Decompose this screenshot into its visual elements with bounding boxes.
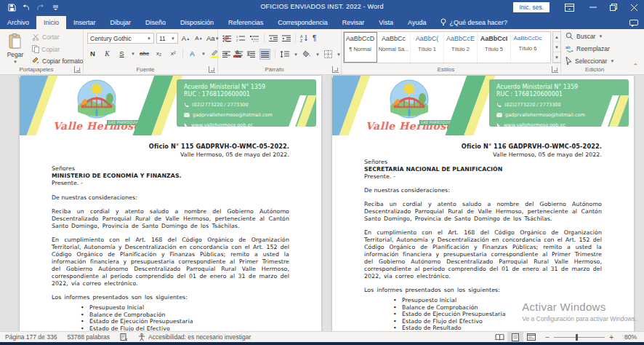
close-button[interactable]	[624, 0, 644, 15]
increase-indent-button[interactable]	[282, 35, 291, 42]
word-count[interactable]: 53788 palabras	[62, 333, 115, 341]
list-item: Balance de Comprobación	[89, 312, 289, 319]
sign-in-button[interactable]: Inic. ses.	[513, 2, 550, 12]
accessibility-icon	[138, 333, 145, 341]
shrink-font-button[interactable]: A▼	[193, 33, 204, 44]
bullets-button[interactable]	[222, 35, 232, 42]
web-layout-button[interactable]	[523, 332, 539, 342]
subscript-button[interactable]: x₂	[153, 48, 164, 59]
paint-bucket-icon	[302, 51, 311, 58]
copy-button[interactable]: Copiar	[32, 45, 60, 53]
document-page-1[interactable]: Valle Hermoso GAD PARROQUIAL Acuerdo Min…	[20, 76, 321, 331]
shading-button[interactable]	[302, 51, 311, 58]
multilevel-list-button[interactable]	[250, 35, 259, 42]
restore-button[interactable]	[603, 0, 624, 15]
replace-button[interactable]: ab Reemplazar	[565, 44, 610, 52]
tab-dibujar[interactable]: Dibujar	[103, 16, 139, 29]
styles-scroll-down-icon[interactable]: ▼	[553, 42, 560, 52]
list-item: Estado de Flujo del Efectivo	[402, 318, 602, 325]
save-icon[interactable]	[7, 3, 16, 12]
ribbon-display-options-icon[interactable]	[560, 0, 579, 15]
tab-diseno[interactable]: Diseño	[138, 16, 173, 29]
paste-button[interactable]: Pegar ▼	[3, 31, 28, 64]
style-titulo-6[interactable]: AaBbCcDc Título 6	[511, 32, 544, 63]
styles-more-icon[interactable]: ▼	[553, 52, 560, 63]
bold-button[interactable]: N	[87, 48, 98, 59]
ribbon-tab-row: Archivo Inicio Insertar Dibujar Diseño D…	[0, 15, 644, 29]
style-titulo-2[interactable]: AaBbCcE Título 2	[444, 32, 478, 63]
zoom-slider-thumb[interactable]	[576, 334, 578, 341]
style-normal-sa[interactable]: AaBbCc Normal Sa...	[377, 32, 411, 63]
proofing-status-icon[interactable]	[115, 333, 133, 341]
zoom-out-icon[interactable]: −	[545, 333, 550, 341]
line-spacing-caret-icon[interactable]: ▼	[294, 52, 298, 57]
tell-me-box[interactable]: ¿Qué desea hacer?	[433, 15, 515, 29]
borders-button[interactable]	[324, 50, 332, 58]
page-indicator[interactable]: Página 177 de 336	[0, 333, 62, 341]
document-page-2[interactable]: Valle Hermoso GAD PARROQUIAL Acuerdo Min…	[332, 76, 634, 331]
text-effects-caret-icon[interactable]: ▼	[201, 52, 206, 56]
align-right-button[interactable]	[247, 51, 255, 58]
align-center-button[interactable]	[235, 51, 243, 58]
tab-referencias[interactable]: Referencias	[221, 16, 270, 29]
italic-button[interactable]: K	[102, 48, 113, 59]
underline-button[interactable]: S	[116, 48, 127, 59]
redo-icon[interactable]	[36, 3, 45, 12]
zoom-slider[interactable]: − +	[545, 333, 613, 341]
letterhead-info-box: Acuerdo Ministerial N° 1359 RUC : 176812…	[489, 79, 629, 127]
tab-ayuda[interactable]: Ayuda	[401, 16, 433, 29]
replace-icon: ab	[565, 44, 573, 52]
undo-icon[interactable]	[22, 3, 31, 12]
clipboard-dialog-launcher-icon[interactable]	[74, 66, 81, 73]
style-titulo-5[interactable]: AaBbCcI Título 5	[478, 32, 511, 63]
tab-revisar[interactable]: Revisar	[335, 16, 372, 29]
tab-insertar[interactable]: Insertar	[66, 16, 103, 29]
styles-dialog-launcher-icon[interactable]	[552, 66, 558, 73]
superscript-button[interactable]: x²	[168, 48, 179, 59]
tab-correspondencia[interactable]: Correspondencia	[270, 16, 335, 29]
tab-inicio[interactable]: Inicio	[36, 16, 66, 29]
borders-caret-icon[interactable]: ▼	[337, 52, 341, 57]
numbering-button[interactable]: 12	[236, 35, 246, 42]
strikethrough-button[interactable]: abc	[139, 48, 150, 59]
customize-qat-icon[interactable]	[51, 3, 60, 12]
select-button[interactable]: Seleccionar ▼	[565, 57, 614, 65]
shading-caret-icon[interactable]: ▼	[315, 52, 320, 57]
tab-vista[interactable]: Vista	[371, 16, 401, 29]
grow-font-button[interactable]: A▲	[180, 33, 191, 44]
align-left-button[interactable]	[222, 51, 230, 58]
show-marks-button[interactable]: ¶	[313, 34, 316, 42]
font-size-combobox[interactable]: 11▼	[156, 33, 178, 44]
tab-archivo[interactable]: Archivo	[0, 16, 36, 29]
font-name-combobox[interactable]: Century Gothic▼	[87, 33, 154, 44]
accessibility-status[interactable]: Accesibilidad: es necesario investigar	[133, 333, 256, 341]
group-font: Century Gothic▼ 11▼ A▲ A▼ Aa▼ N K S ▼ ab…	[84, 29, 218, 74]
letter-body: Oficio N° 116 GADPRVH-O-WMC-05-2022. Val…	[332, 135, 634, 331]
format-painter-button[interactable]: Copiar formato	[32, 57, 83, 65]
minimize-button[interactable]	[583, 0, 603, 15]
styles-scroll-up-icon[interactable]: ▲	[553, 32, 560, 42]
tab-disposicion[interactable]: Disposición	[173, 16, 221, 29]
clipboard-icon	[9, 33, 22, 49]
underline-caret-icon[interactable]: ▼	[131, 52, 135, 56]
cut-button[interactable]: Cortar	[32, 33, 60, 41]
change-case-button[interactable]: Aa▼	[206, 33, 220, 44]
sort-button[interactable]: AZ	[300, 34, 308, 42]
print-layout-button[interactable]	[507, 332, 523, 342]
font-dialog-launcher-icon[interactable]	[209, 66, 215, 73]
text-effects-button[interactable]: A	[187, 48, 198, 59]
zoom-in-icon[interactable]: +	[609, 333, 613, 341]
collapse-ribbon-icon[interactable]: ⌃	[632, 63, 638, 70]
paragraph-1: Reciba un cordial y atento saludo a nomb…	[52, 208, 289, 230]
justify-button[interactable]	[259, 49, 270, 60]
feedback-icon[interactable]	[629, 20, 638, 27]
style-normal[interactable]: AaBbCcD ¶ Normal	[344, 32, 377, 63]
zoom-level[interactable]: 80%	[619, 333, 644, 341]
decrease-indent-button[interactable]	[269, 35, 278, 42]
paragraph-dialog-launcher-icon[interactable]	[332, 66, 339, 73]
line-spacing-button[interactable]	[280, 51, 289, 58]
letterhead-info-box: Acuerdo Ministerial N° 1359 RUC : 176812…	[177, 79, 316, 127]
style-titulo-1[interactable]: AaBbC( Título 1	[411, 32, 444, 63]
read-mode-button[interactable]	[491, 332, 507, 342]
find-button[interactable]: Buscar ▼	[565, 32, 603, 40]
